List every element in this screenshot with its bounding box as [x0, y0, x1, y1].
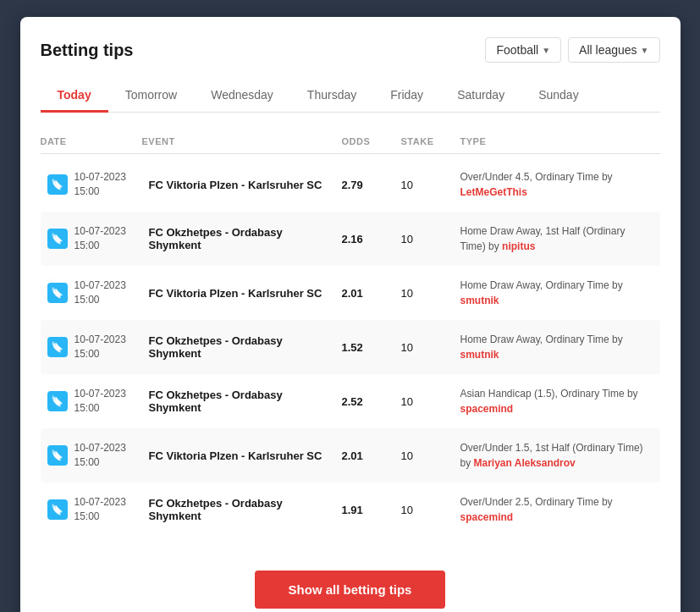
stake-value: 10 — [401, 287, 460, 300]
date-cell: 10-07-202315:00 — [47, 333, 149, 361]
event-text: FC Viktoria Plzen - Karlsruher SC — [149, 179, 342, 191]
card-header: Betting tips Football ▼ All leagues ▼ — [41, 37, 660, 63]
date-text: 10-07-202315:00 — [74, 333, 126, 361]
table-row: 10-07-202315:00 FC Okzhetpes - Ordabasy … — [41, 320, 660, 374]
tab-sunday[interactable]: Sunday — [521, 80, 595, 113]
odds-value: 2.01 — [342, 287, 401, 300]
col-date: DATE — [41, 136, 142, 146]
date-cell: 10-07-202315:00 — [47, 441, 149, 470]
date-cell: 10-07-202315:00 — [47, 224, 149, 253]
type-text: Asian Handicap (1.5), Ordinary Time by s… — [460, 386, 653, 416]
author-link[interactable]: smutnik — [460, 349, 499, 361]
bookmark-icon — [47, 499, 68, 520]
odds-value: 1.52 — [342, 341, 401, 354]
odds-value: 2.01 — [342, 449, 401, 462]
type-text: Home Draw Away, Ordinary Time by smutnik — [460, 278, 653, 308]
page-title: Betting tips — [41, 41, 134, 60]
stake-value: 10 — [401, 233, 460, 245]
date-text: 10-07-202315:00 — [74, 387, 126, 416]
event-text: FC Okzhetpes - Ordabasy Shymkent — [149, 226, 342, 251]
table-row: 10-07-202315:00 FC Okzhetpes - Ordabasy … — [41, 212, 660, 266]
event-text: FC Okzhetpes - Ordabasy Shymkent — [149, 497, 342, 522]
betting-tips-card: Betting tips Football ▼ All leagues ▼ To… — [20, 17, 681, 612]
header-filters: Football ▼ All leagues ▼ — [485, 37, 659, 63]
tab-today[interactable]: Today — [41, 80, 108, 113]
date-cell: 10-07-202315:00 — [47, 387, 149, 416]
tab-friday[interactable]: Friday — [373, 80, 440, 113]
author-link[interactable]: LetMeGetThis — [460, 186, 527, 198]
stake-value: 10 — [401, 449, 460, 462]
stake-value: 10 — [401, 341, 460, 354]
col-odds: ODDS — [342, 136, 401, 146]
table-row: 10-07-202315:00 FC Okzhetpes - Ordabasy … — [41, 482, 660, 537]
author-link[interactable]: smutnik — [460, 295, 499, 306]
table-row: 10-07-202315:00 FC Viktoria Plzen - Karl… — [41, 266, 660, 320]
show-all-button[interactable]: Show all betting tips — [255, 571, 446, 609]
col-event: EVENT — [142, 136, 342, 146]
bookmark-icon — [47, 445, 68, 466]
table-row: 10-07-202315:00 FC Viktoria Plzen - Karl… — [41, 428, 660, 482]
type-text: Over/Under 2.5, Ordinary Time by spacemi… — [460, 494, 653, 525]
bookmark-icon — [47, 174, 68, 195]
sport-filter-label: Football — [496, 43, 538, 57]
sport-filter-arrow-icon: ▼ — [542, 46, 550, 55]
col-stake: STAKE — [401, 136, 460, 146]
stake-value: 10 — [401, 179, 460, 191]
league-filter-arrow-icon: ▼ — [641, 46, 649, 55]
author-link[interactable]: spacemind — [460, 511, 514, 523]
odds-value: 2.16 — [342, 233, 401, 245]
date-cell: 10-07-202315:00 — [47, 495, 149, 524]
stake-value: 10 — [401, 504, 460, 516]
tab-tomorrow[interactable]: Tomorrow — [108, 80, 194, 113]
league-filter-dropdown[interactable]: All leagues ▼ — [568, 37, 659, 63]
odds-value: 1.91 — [342, 504, 401, 516]
table-body: 10-07-202315:00 FC Viktoria Plzen - Karl… — [41, 157, 660, 537]
stake-value: 10 — [401, 395, 460, 408]
type-text: Over/Under 4.5, Ordinary Time by LetMeGe… — [460, 169, 653, 200]
date-cell: 10-07-202315:00 — [47, 278, 149, 307]
type-text: Home Draw Away, Ordinary Time by smutnik — [460, 332, 653, 362]
show-all-container: Show all betting tips — [41, 557, 660, 609]
event-text: FC Okzhetpes - Ordabasy Shymkent — [149, 389, 342, 414]
date-text: 10-07-202315:00 — [74, 170, 126, 199]
tab-saturday[interactable]: Saturday — [440, 80, 521, 113]
date-text: 10-07-202315:00 — [74, 278, 126, 307]
table-row: 10-07-202315:00 FC Okzhetpes - Ordabasy … — [41, 374, 660, 428]
event-text: FC Okzhetpes - Ordabasy Shymkent — [149, 334, 342, 360]
author-link[interactable]: nipitus — [502, 240, 535, 252]
table-header-row: DATE EVENT ODDS STAKE TYPE — [41, 130, 660, 154]
league-filter-label: All leagues — [579, 43, 637, 57]
author-link[interactable]: spacemind — [460, 403, 514, 415]
type-text: Over/Under 1.5, 1st Half (Ordinary Time)… — [460, 440, 653, 471]
col-type: TYPE — [460, 136, 660, 146]
day-tabs: Today Tomorrow Wednesday Thursday Friday… — [41, 80, 660, 113]
tab-wednesday[interactable]: Wednesday — [194, 80, 290, 113]
date-text: 10-07-202315:00 — [74, 495, 126, 524]
sport-filter-dropdown[interactable]: Football ▼ — [485, 37, 561, 63]
bookmark-icon — [47, 337, 68, 357]
odds-value: 2.52 — [342, 395, 401, 408]
author-link[interactable]: Mariyan Aleksandrov — [474, 457, 576, 469]
event-text: FC Viktoria Plzen - Karlsruher SC — [149, 449, 342, 462]
date-text: 10-07-202315:00 — [74, 224, 126, 253]
tab-thursday[interactable]: Thursday — [290, 80, 373, 113]
bookmark-icon — [47, 229, 68, 249]
date-text: 10-07-202315:00 — [74, 441, 126, 470]
event-text: FC Viktoria Plzen - Karlsruher SC — [149, 287, 342, 300]
bookmark-icon — [47, 391, 68, 411]
bookmark-icon — [47, 283, 68, 303]
table-row: 10-07-202315:00 FC Viktoria Plzen - Karl… — [41, 157, 660, 212]
type-text: Home Draw Away, 1st Half (Ordinary Time)… — [460, 223, 653, 254]
date-cell: 10-07-202315:00 — [47, 170, 149, 199]
odds-value: 2.79 — [342, 179, 401, 191]
